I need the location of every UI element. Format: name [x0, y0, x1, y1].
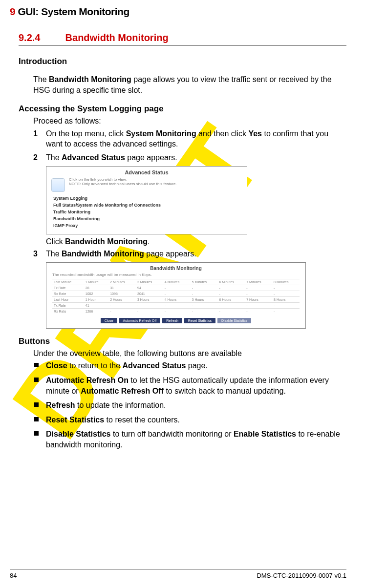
- step-2: 2 The Advanced Status page appears.: [33, 152, 346, 163]
- shot2-sub: The recorded bandwidth usage will be mea…: [46, 273, 305, 279]
- doc-id: DMS-CTC-20110909-0007 v0.1: [257, 572, 346, 579]
- shot1-note2: NOTE: Only advanced technical users shou…: [69, 182, 177, 187]
- shot2-btn-reset: Reset Statistics: [184, 318, 215, 323]
- page-number: 84: [10, 572, 17, 579]
- buttons-item: Refresh to update the information.: [33, 400, 346, 411]
- chapter-number: 9: [10, 6, 15, 17]
- step-2-followup: Click Bandwidth Monitoring.: [46, 236, 346, 247]
- shot1-link: Bandwidth Monitoring: [53, 215, 240, 222]
- intro-paragraph: The Bandwidth Monitoring page allows you…: [33, 74, 346, 95]
- buttons-item: Disable Statistics to turn off bandwidth…: [33, 429, 346, 450]
- shot1-link: System Logging: [53, 195, 240, 202]
- access-lead: Proceed as follows:: [33, 116, 346, 126]
- info-icon: [51, 178, 65, 192]
- buttons-item: Reset Statistics to reset the counters.: [33, 415, 346, 425]
- shot2-btn-disable: Disable Statistics: [217, 318, 251, 323]
- step-3: 3 The Bandwidth Monitoring page appears.: [33, 249, 346, 259]
- shot1-link: Full Status/System wide Monitoring of Co…: [53, 202, 240, 209]
- shot1-link: IGMP Proxy: [53, 222, 240, 229]
- shot2-btn-close: Close: [101, 318, 117, 323]
- intro-heading: Introduction: [19, 57, 346, 66]
- buttons-lead: Under the overview table, the following …: [33, 348, 346, 359]
- shot2-table: Last Minute1 Minute2 Minutes3 Minutes4 M…: [52, 279, 300, 314]
- shot1-title: Advanced Status: [46, 167, 247, 176]
- section-heading: 9.2.4 Bandwidth Monitoring: [19, 32, 346, 46]
- chapter-heading: 9 GUI: System Monitoring: [10, 6, 346, 18]
- section-title: Bandwidth Monitoring: [65, 32, 169, 43]
- shot1-note1: Click on the link you wish to view.: [69, 177, 177, 182]
- buttons-item: Automatic Refresh On to let the HSG auto…: [33, 375, 346, 396]
- shot1-link: Traffic Monitoring: [53, 209, 240, 215]
- shot2-btn-autorefresh: Automatic Refresh Off: [119, 318, 161, 323]
- page-footer: 84 DMS-CTC-20110909-0007 v0.1: [10, 569, 346, 579]
- advanced-status-screenshot: Advanced Status Click on the link you wi…: [46, 166, 247, 234]
- chapter-title: GUI: System Monitoring: [18, 6, 129, 17]
- buttons-heading: Buttons: [19, 336, 346, 346]
- step-1: 1 On the top menu, click System Monitori…: [33, 128, 346, 149]
- bandwidth-monitoring-screenshot: Bandwidth Monitoring The recorded bandwi…: [46, 262, 306, 329]
- shot2-title: Bandwidth Monitoring: [46, 263, 305, 273]
- shot2-btn-refresh: Refresh: [162, 318, 182, 323]
- access-heading: Accessing the System Logging page: [19, 104, 346, 114]
- buttons-item: Close to return to the Advanced Status p…: [33, 360, 346, 371]
- section-number: 9.2.4: [19, 32, 63, 43]
